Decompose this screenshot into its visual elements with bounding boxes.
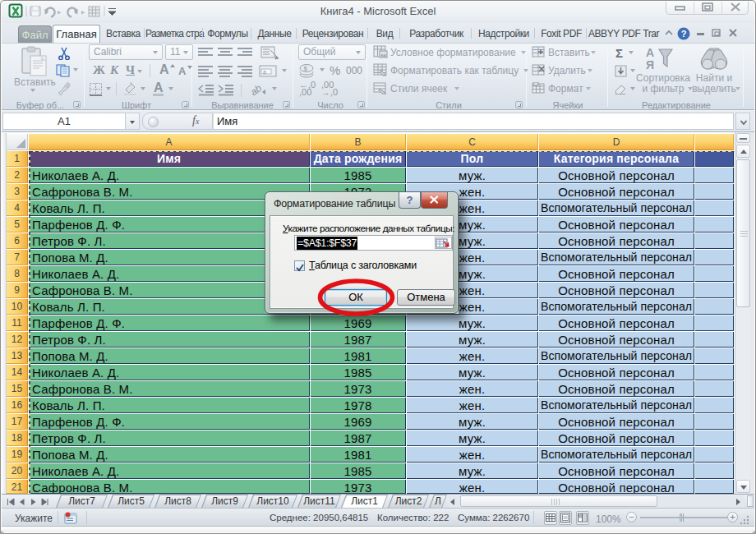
svg-text:Я: Я	[646, 58, 654, 71]
svg-text:ab: ab	[249, 82, 264, 98]
svg-text:А: А	[646, 46, 654, 59]
svg-text:s≥: s≥	[381, 53, 387, 58]
svg-text:a: a	[263, 69, 266, 75]
svg-text:$: $	[304, 65, 308, 72]
svg-text:?: ?	[681, 29, 687, 39]
